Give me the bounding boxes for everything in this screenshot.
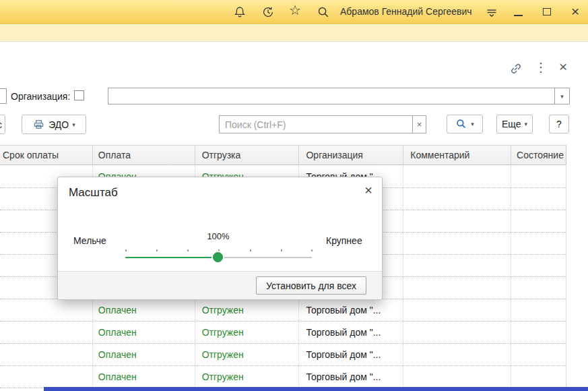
maximize-button[interactable] [543,8,551,16]
table-row[interactable]: Оплачен Отгружен Торговый дом "... [0,344,566,366]
search-input[interactable] [219,115,413,133]
zoom-slider-fill [125,257,218,258]
cell-comment [403,366,511,388]
cell-comment [403,255,511,276]
organization-combo-input[interactable]: ▾ [108,88,570,104]
cell-comment [403,210,511,232]
slider-tick [250,249,251,251]
table-row[interactable]: Оплачен Отгружен Торговый дом "... [0,299,566,322]
zoom-slider-handle[interactable] [213,252,223,262]
cell-state [511,188,566,210]
cell-shipment: Отгружен [195,322,300,343]
cell-payment: Оплачен [93,366,195,388]
dialog-footer: Установить для всех [58,271,382,299]
history-icon[interactable] [261,5,275,19]
cell-state [511,255,566,276]
larger-label: Крупнее [326,235,362,246]
notifications-bell-icon[interactable] [233,5,247,19]
cell-comment [403,299,511,321]
cell-state [511,166,566,187]
more-menu-icon[interactable]: ⋮ [535,60,547,75]
table-header: Срок оплаты Оплата Отгрузка Организация … [0,145,566,165]
cell-state [511,299,566,321]
slider-tick [156,249,158,251]
cell-organization: Торговый дом "... [299,322,403,343]
slider-tick [125,249,127,251]
clipped-button[interactable]: с [0,115,5,134]
cell-payment: Оплачен [93,322,195,343]
cell-organization: Торговый дом "... [299,366,403,388]
cell-shipment: Отгружен [195,344,300,365]
cell-organization: Торговый дом "... [299,299,403,321]
cell-due-date [0,366,93,388]
cell-comment [403,233,511,254]
edo-button[interactable]: ЭДО ▾ [22,115,86,134]
chevron-down-icon: ▾ [560,93,564,100]
organization-use-checkbox[interactable] [74,90,84,100]
cell-due-date [0,322,93,343]
user-name[interactable]: Абрамов Геннадий Сергеевич [340,6,472,17]
cell-comment [403,277,511,299]
smaller-label: Мельче [73,235,106,246]
form-close-icon[interactable]: × [559,59,567,75]
cell-organization: Торговый дом "... [299,344,403,365]
edo-button-label: ЭДО [48,119,69,130]
form-tab-strip [0,25,588,42]
column-header-state[interactable]: Состояние [511,146,566,164]
tools-menu-icon[interactable] [485,5,498,19]
cell-due-date [0,344,93,365]
chevron-down-icon: ▾ [524,121,527,127]
edo-icon [32,118,45,131]
window-close-button[interactable]: × [571,4,579,19]
column-header-organization[interactable]: Организация [299,146,403,164]
app-window: ☆ Абрамов Геннадий Сергеевич × ⋮ × Орган… [0,0,588,391]
chevron-down-icon: ▾ [471,121,474,127]
cell-state [511,344,566,365]
cell-shipment: Отгружен [195,299,300,321]
search-button[interactable]: ▾ [447,115,483,133]
cell-payment: Оплачен [93,344,195,365]
zoom-dialog: Масштаб × Мельче 100% Крупнее Установить… [57,177,383,300]
favorites-star-icon[interactable]: ☆ [289,3,301,17]
get-link-icon[interactable] [509,62,523,76]
cell-payment: Оплачен [93,299,195,321]
more-button-label: Еще [502,119,521,129]
bottom-accent-bar [44,387,588,391]
clear-icon: × [417,119,422,129]
search-icon [455,118,467,130]
column-header-comment[interactable]: Комментарий [403,146,511,164]
slider-tick [187,249,189,251]
cell-state [511,210,566,232]
table-row[interactable]: Оплачен Отгружен Торговый дом "... [0,322,566,344]
slider-tick [218,249,220,251]
table-row[interactable]: Оплачен Отгружен Торговый дом "... [0,366,566,388]
slider-tick [281,249,282,251]
chevron-down-icon: ▾ [72,121,75,128]
slider-tick [311,249,313,251]
clear-search-button[interactable]: × [412,115,426,133]
cell-shipment: Отгружен [195,366,300,388]
cell-comment [403,188,511,210]
global-search-icon[interactable] [317,5,330,19]
column-header-payment[interactable]: Оплата [93,146,195,164]
more-button[interactable]: Еще ▾ [496,115,533,133]
help-button[interactable]: ? [549,115,569,133]
cell-comment [403,322,511,343]
organization-label: Организация: [11,91,70,102]
cell-state [511,277,566,299]
cell-comment [403,166,511,187]
clipped-field[interactable] [0,88,7,104]
minimize-button[interactable] [514,15,523,16]
column-header-shipment[interactable]: Отгрузка [195,146,300,164]
clipped-button-label: с [0,119,2,130]
cell-state [511,322,566,343]
help-button-label: ? [556,119,562,129]
combo-dropdown-button[interactable]: ▾ [554,88,569,104]
column-header-due-date[interactable]: Срок оплаты [0,146,93,164]
cell-state [511,233,566,254]
cell-comment [403,344,511,365]
zoom-value-label: 100% [198,231,238,241]
dialog-title: Масштаб [69,186,118,200]
dialog-close-icon[interactable]: × [364,183,372,198]
apply-all-button[interactable]: Установить для всех [256,276,366,295]
